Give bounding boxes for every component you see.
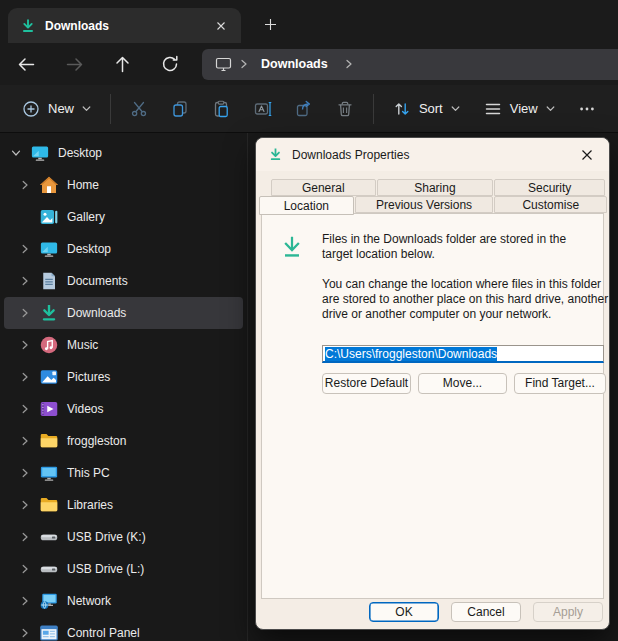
- sidebar-item-music[interactable]: Music: [4, 329, 243, 361]
- chevron-right-icon[interactable]: [15, 404, 35, 414]
- forward-icon[interactable]: [54, 47, 94, 81]
- sidebar-item-network[interactable]: Network: [4, 585, 243, 617]
- chevron-right-icon[interactable]: [15, 628, 35, 638]
- dialog-tab-general[interactable]: General: [271, 179, 376, 196]
- location-tab-page: Files in the Downloads folder are stored…: [261, 213, 604, 599]
- sidebar-item-desktop[interactable]: Desktop: [4, 137, 243, 169]
- dialog-title: Downloads Properties: [292, 148, 566, 162]
- chevron-right-icon[interactable]: [15, 500, 35, 510]
- new-button[interactable]: New: [10, 91, 103, 127]
- chevron-right-icon[interactable]: [15, 532, 35, 542]
- dialog-tab-security[interactable]: Security: [494, 179, 605, 196]
- restore-default-button[interactable]: Restore Default: [322, 373, 411, 394]
- up-icon[interactable]: [102, 47, 142, 81]
- sidebar-item-videos[interactable]: Videos: [4, 393, 243, 425]
- chevron-down-icon: [450, 103, 461, 114]
- address-bar[interactable]: Downloads: [202, 49, 618, 80]
- cut-button[interactable]: [118, 91, 159, 127]
- sidebar-item-documents[interactable]: Documents: [4, 265, 243, 297]
- sidebar-item-label: Documents: [67, 274, 128, 288]
- download-icon: [39, 303, 59, 323]
- sidebar-item-label: Desktop: [67, 242, 111, 256]
- gallery-icon: [39, 207, 59, 227]
- sidebar-item-this-pc[interactable]: This PC: [4, 457, 243, 489]
- dialog-tab-previous-versions[interactable]: Previous Versions: [355, 196, 494, 213]
- view-button[interactable]: View: [472, 91, 567, 127]
- intro-text: Files in the Downloads folder are stored…: [322, 232, 587, 262]
- breadcrumb-downloads[interactable]: Downloads: [255, 57, 338, 71]
- dialog-tab-row-2: LocationPrevious VersionsCustomise: [259, 196, 608, 213]
- network-icon: [39, 591, 59, 611]
- tab-bar: Downloads: [0, 0, 618, 43]
- chevron-right-icon[interactable]: [15, 372, 35, 382]
- chevron-right-icon[interactable]: [15, 180, 35, 190]
- sort-button[interactable]: Sort: [381, 91, 472, 127]
- chevron-right-icon[interactable]: [15, 276, 35, 286]
- paste-button[interactable]: [201, 91, 242, 127]
- sidebar: DesktopHomeGalleryDesktopDocumentsDownlo…: [0, 133, 248, 641]
- chevron-right-icon[interactable]: [15, 340, 35, 350]
- move-button[interactable]: Move...: [418, 373, 507, 394]
- sidebar-item-home[interactable]: Home: [4, 169, 243, 201]
- cancel-button[interactable]: Cancel: [451, 602, 521, 622]
- chevron-right-icon[interactable]: [15, 244, 35, 254]
- view-icon: [483, 99, 503, 119]
- sidebar-item-libraries[interactable]: Libraries: [4, 489, 243, 521]
- dialog-close-icon[interactable]: [575, 143, 599, 167]
- location-path-input[interactable]: C:\Users\froggleston\Downloads: [322, 345, 604, 363]
- new-tab-button[interactable]: [255, 9, 285, 39]
- sidebar-item-usb-drive-l[interactable]: USB Drive (L:): [4, 553, 243, 585]
- sidebar-item-label: Pictures: [67, 370, 110, 384]
- monitor-icon: [30, 143, 50, 163]
- refresh-icon[interactable]: [150, 47, 190, 81]
- sidebar-item-control-panel[interactable]: Control Panel: [4, 617, 243, 641]
- explorer-tab-downloads[interactable]: Downloads: [8, 8, 241, 43]
- rename-button[interactable]: [242, 91, 283, 127]
- sidebar-item-desktop[interactable]: Desktop: [4, 233, 243, 265]
- toolbar-divider: [373, 94, 374, 124]
- dialog-tab-location[interactable]: Location: [259, 196, 354, 215]
- copy-button[interactable]: [159, 91, 200, 127]
- sort-icon: [392, 99, 412, 119]
- ok-button[interactable]: OK: [369, 602, 439, 622]
- sidebar-item-label: Libraries: [67, 498, 113, 512]
- find-target-button[interactable]: Find Target...: [514, 373, 606, 394]
- delete-button[interactable]: [325, 91, 366, 127]
- share-button[interactable]: [283, 91, 324, 127]
- sidebar-item-label: froggleston: [67, 434, 126, 448]
- sidebar-item-downloads[interactable]: Downloads: [4, 297, 243, 329]
- sidebar-item-froggleston[interactable]: froggleston: [4, 425, 243, 457]
- sidebar-item-usb-drive-k[interactable]: USB Drive (K:): [4, 521, 243, 553]
- breadcrumb-chevron-icon[interactable]: [342, 57, 356, 71]
- sidebar-item-gallery[interactable]: Gallery: [4, 201, 243, 233]
- folder-icon: [39, 495, 59, 515]
- sidebar-item-label: USB Drive (L:): [67, 562, 144, 576]
- this-pc-icon[interactable]: [214, 55, 233, 74]
- chevron-right-icon[interactable]: [15, 468, 35, 478]
- dialog-tab-sharing[interactable]: Sharing: [377, 179, 494, 196]
- view-label: View: [510, 101, 538, 116]
- chevron-right-icon[interactable]: [15, 308, 35, 318]
- dialog-title-bar: Downloads Properties: [256, 138, 609, 171]
- videos-icon: [39, 399, 59, 419]
- back-icon[interactable]: [6, 47, 46, 81]
- sidebar-item-pictures[interactable]: Pictures: [4, 361, 243, 393]
- share-icon: [294, 99, 314, 119]
- chevron-right-icon[interactable]: [15, 596, 35, 606]
- paste-icon: [211, 99, 231, 119]
- chevron-right-icon[interactable]: [15, 436, 35, 446]
- download-location-icon: [278, 232, 306, 262]
- sidebar-item-label: Home: [67, 178, 99, 192]
- usb-icon: [39, 527, 59, 547]
- tab-close-icon[interactable]: [209, 14, 233, 38]
- sidebar-item-label: Control Panel: [67, 626, 140, 640]
- sidebar-item-label: USB Drive (K:): [67, 530, 146, 544]
- chevron-down-icon: [545, 103, 556, 114]
- dialog-tab-customise[interactable]: Customise: [494, 196, 607, 213]
- more-button[interactable]: [567, 91, 608, 127]
- chevron-right-icon[interactable]: [15, 564, 35, 574]
- sidebar-item-label: Network: [67, 594, 111, 608]
- chevron-down-icon[interactable]: [6, 148, 26, 158]
- apply-button[interactable]: Apply: [533, 602, 603, 622]
- command-bar: NewSortView: [0, 85, 618, 133]
